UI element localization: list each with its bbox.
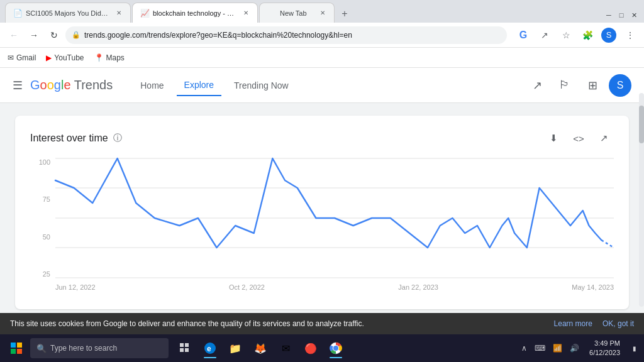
minimize-button[interactable]: ─	[604, 10, 614, 20]
tab-1-close[interactable]: ✕	[115, 8, 123, 18]
y-label-50: 50	[43, 233, 50, 241]
tab-2[interactable]: 📈 blockchain technology - Explore ✕	[132, 3, 258, 23]
more-options-icon[interactable]: ⋮	[621, 26, 639, 44]
tab-3-favicon	[267, 9, 276, 18]
show-desktop-icon[interactable]: ▮	[630, 343, 639, 354]
address-bar[interactable]: 🔒 trends.google.com/trends/explore?geo=K…	[65, 26, 507, 44]
forward-button[interactable]: →	[25, 26, 43, 44]
taskbar-edge-icon[interactable]: e	[199, 337, 221, 359]
taskbar-chrome-icon[interactable]	[325, 337, 347, 359]
bookmark-star-icon[interactable]: ☆	[557, 26, 575, 44]
taskbar-firefox-icon[interactable]: 🦊	[249, 337, 272, 359]
interest-over-time-card: Interest over time ⓘ ⬇ <> ↗ 100 75 50	[15, 116, 629, 309]
svg-rect-11	[180, 348, 184, 352]
svg-rect-10	[185, 343, 189, 347]
bookmark-maps[interactable]: 📍 Maps	[94, 53, 125, 62]
svg-rect-8	[17, 349, 22, 354]
system-clock[interactable]: 3:49 PM 6/12/2023	[584, 336, 625, 361]
browser-toolbar: ← → ↻ 🔒 trends.google.com/trends/explore…	[0, 23, 644, 48]
tab-1-favicon: 📄	[13, 9, 22, 18]
profile-icon-btn[interactable]: S	[600, 26, 618, 44]
tab-2-favicon: 📈	[140, 9, 149, 18]
x-label-oct: Oct 2, 2022	[229, 283, 265, 291]
help-icon[interactable]: ⓘ	[113, 133, 122, 144]
card-header: Interest over time ⓘ ⬇ <> ↗	[30, 128, 614, 148]
maximize-button[interactable]: □	[616, 10, 626, 20]
tab-3-title: New Tab	[280, 9, 315, 17]
scrollbar[interactable]	[639, 93, 644, 307]
y-label-75: 75	[43, 195, 50, 203]
windows-logo-icon	[11, 343, 22, 354]
user-avatar[interactable]: S	[609, 74, 631, 97]
share-card-icon[interactable]: ↗	[594, 128, 614, 148]
nav-explore[interactable]: Explore	[177, 75, 221, 96]
taskbar-search-placeholder: Type here to search	[50, 344, 117, 353]
bookmarks-bar: ✉ Gmail ▶ YouTube 📍 Maps	[0, 48, 644, 68]
bookmark-youtube-label: YouTube	[54, 53, 84, 62]
apps-grid-icon[interactable]: ⊞	[581, 74, 604, 97]
y-label-100: 100	[39, 158, 50, 166]
address-text: trends.google.com/trends/explore?geo=KE&…	[84, 31, 501, 40]
svg-rect-9	[180, 343, 184, 347]
learn-more-link[interactable]: Learn more	[554, 319, 592, 328]
start-button[interactable]	[5, 337, 28, 359]
y-label-25: 25	[43, 270, 50, 278]
nav-home[interactable]: Home	[133, 75, 171, 96]
bookmark-youtube[interactable]: ▶ YouTube	[46, 53, 84, 62]
cookie-text: This site uses cookies from Google to de…	[10, 319, 545, 328]
tab-1[interactable]: 📄 SCI1005 Majors You Didn't Kno... ✕	[5, 3, 131, 23]
bookmark-gmail[interactable]: ✉ Gmail	[8, 53, 36, 62]
network-icon[interactable]: 📶	[550, 341, 565, 355]
chart-x-labels: Jun 12, 2022 Oct 2, 2022 Jan 22, 2023 Ma…	[55, 278, 614, 297]
feedback-icon[interactable]: 🏳	[553, 74, 576, 97]
new-tab-button[interactable]: +	[336, 5, 353, 23]
card-title: Interest over time ⓘ	[30, 133, 122, 144]
tab-2-title: blockchain technology - Explore	[153, 9, 238, 17]
svg-point-16	[333, 346, 338, 351]
extensions-icon[interactable]: 🧩	[579, 26, 596, 44]
ok-got-it-button[interactable]: OK, got it	[602, 319, 634, 328]
tab-3[interactable]: New Tab ✕	[259, 3, 335, 23]
system-tray: ∧ ⌨ 📶 🔊	[519, 341, 582, 355]
tab-1-title: SCI1005 Majors You Didn't Kno...	[26, 9, 111, 17]
embed-code-icon[interactable]: <>	[569, 128, 589, 148]
card-actions: ⬇ <> ↗	[543, 128, 614, 148]
taskbar-opera-icon[interactable]: 🔴	[299, 337, 322, 359]
tab-bar: 📄 SCI1005 Majors You Didn't Kno... ✕ 📈 b…	[0, 0, 644, 23]
share-icon[interactable]: ↗	[536, 26, 553, 44]
google-icon: G	[514, 26, 532, 44]
share-header-icon[interactable]: ↗	[526, 74, 548, 97]
tab-3-close[interactable]: ✕	[319, 8, 326, 18]
window-controls: ─ □ ✕	[604, 10, 639, 23]
chart-y-labels: 100 75 50 25	[30, 158, 55, 278]
trends-header: ☰ Google Trends Home Explore Trending No…	[0, 68, 644, 103]
taskbar-mail-icon[interactable]: ✉	[274, 337, 297, 359]
download-icon[interactable]: ⬇	[543, 128, 564, 148]
taskbar-search-bar[interactable]: 🔍 Type here to search	[30, 338, 169, 358]
taskbar-search-icon: 🔍	[36, 344, 47, 353]
toolbar-right-icons: G ↗ ☆ 🧩 S ⋮	[514, 26, 639, 44]
reload-button[interactable]: ↻	[45, 26, 63, 44]
back-button[interactable]: ←	[5, 26, 23, 44]
scrollbar-thumb[interactable]	[639, 106, 644, 143]
cookie-banner: This site uses cookies from Google to de…	[0, 313, 644, 334]
volume-icon[interactable]: 🔊	[567, 341, 582, 355]
svg-rect-6	[17, 343, 22, 348]
taskbar-file-explorer-icon[interactable]: 📁	[224, 337, 247, 359]
svg-text:e: e	[207, 344, 211, 353]
google-trends-logo[interactable]: Google Trends	[30, 78, 113, 92]
clock-date: 6/12/2023	[589, 348, 620, 358]
nav-trending-now[interactable]: Trending Now	[226, 75, 296, 96]
hamburger-menu-icon[interactable]: ☰	[13, 79, 23, 92]
gmail-icon: ✉	[8, 53, 14, 62]
taskbar: 🔍 Type here to search e 📁 🦊 ✉ 🔴	[0, 334, 644, 362]
taskbar-multiview-icon[interactable]	[174, 337, 196, 359]
maps-icon: 📍	[94, 53, 104, 62]
taskbar-apps: e 📁 🦊 ✉ 🔴	[174, 337, 347, 359]
tab-2-close[interactable]: ✕	[242, 8, 250, 18]
header-right: ↗ 🏳 ⊞ S	[526, 74, 631, 97]
bookmark-gmail-label: Gmail	[16, 53, 36, 62]
keyboard-icon[interactable]: ⌨	[532, 341, 548, 355]
tray-up-arrow-icon[interactable]: ∧	[519, 341, 530, 355]
close-button[interactable]: ✕	[629, 10, 639, 20]
